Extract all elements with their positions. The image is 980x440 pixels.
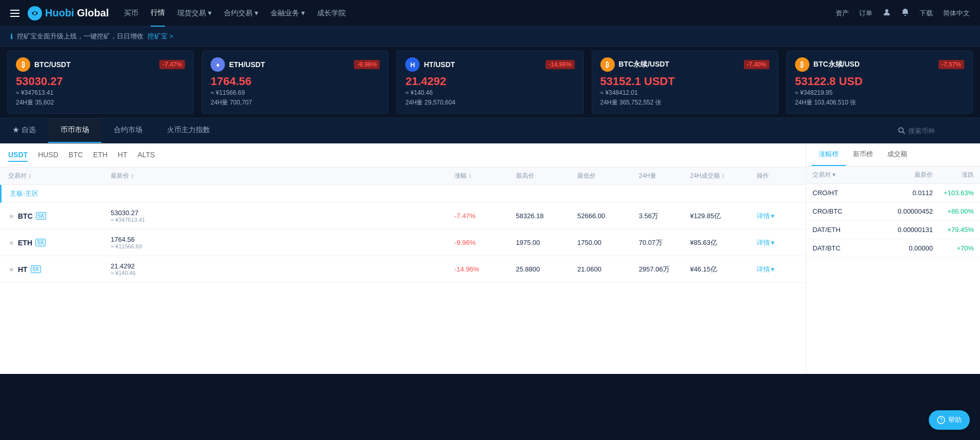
nav-download[interactable]: 下载	[920, 9, 933, 18]
ticker-btc-usdt[interactable]: ₿ BTC/USDT -7.47% 53030.27 ≈ ¥347613.41 …	[7, 51, 194, 114]
action-ht[interactable]: 详情 ▾	[757, 265, 798, 274]
nav-assets[interactable]: 资产	[836, 9, 849, 18]
action-eth[interactable]: 详情 ▾	[757, 238, 798, 247]
tab-futures-market[interactable]: 合约市场	[101, 118, 155, 143]
tab-ht[interactable]: HT	[118, 149, 128, 162]
tab-spot-market[interactable]: 币币市场	[48, 118, 101, 143]
col-pair[interactable]: 交易对 ↕	[8, 172, 111, 180]
price-cell-eth: 1764.56 ≈ ¥11566.69	[111, 236, 454, 249]
right-price-cro-ht: 0.0112	[864, 189, 933, 197]
ticker-vol: 24H量 700,707	[211, 98, 380, 107]
nav-bell-icon[interactable]	[901, 8, 909, 18]
search-input[interactable]	[908, 127, 970, 135]
nav-user-icon[interactable]	[883, 8, 891, 18]
right-col-price: 最新价	[864, 171, 933, 179]
col-price[interactable]: 最新价 ↕	[111, 172, 454, 180]
nav-item-buy[interactable]: 买币	[124, 1, 138, 26]
right-panel: 涨幅榜 新币榜 成交额 交易对 ▾ 最新价 涨跌 CRO/HT 0.0112 +…	[806, 143, 980, 374]
ticker-ht-usdt[interactable]: H HT/USDT -14.96% 21.4292 ≈ ¥140.46 24H量…	[397, 51, 583, 114]
tab-husd[interactable]: HUSD	[38, 149, 58, 162]
btc-perp-icon: ₿	[600, 57, 615, 72]
nav-item-learn[interactable]: 成长学院	[317, 1, 346, 26]
high-btc: 58326.18	[516, 212, 577, 220]
table-row: ★ BTC 5X 53030.27 ≈ ¥347613.41 -7.47% 58…	[0, 203, 806, 229]
col-turnover[interactable]: 24H成交额 ↕	[690, 172, 757, 180]
ticker-change: -7.57%	[939, 60, 964, 69]
ticker-price: 1764.56	[211, 75, 380, 88]
tab-alts[interactable]: ALTS	[137, 149, 155, 162]
price-main-eth: 1764.56	[111, 236, 454, 243]
main-content: USDT HUSD BTC ETH HT ALTS 交易对 ↕ 最新价 ↕ 涨幅…	[0, 143, 980, 374]
price-cny-eth: ≈ ¥11566.69	[111, 243, 454, 249]
currency-tabs: USDT HUSD BTC ETH HT ALTS	[0, 143, 806, 167]
table-row: ★ HT 5X 21.4292 ≈ ¥140.46 -14.96% 25.880…	[0, 256, 806, 283]
col-change[interactable]: 涨幅 ↕	[454, 172, 516, 180]
tab-btc[interactable]: BTC	[69, 149, 83, 162]
tab-eth[interactable]: ETH	[93, 149, 108, 162]
change-eth: -9.96%	[454, 239, 516, 246]
btc-perp-usd-icon: ₿	[795, 57, 809, 72]
price-cny-btc: ≈ ¥347613.41	[111, 217, 454, 223]
tab-huobi-index[interactable]: 火币主力指数	[155, 118, 222, 143]
price-main-ht: 21.4292	[111, 262, 454, 270]
left-panel: USDT HUSD BTC ETH HT ALTS 交易对 ↕ 最新价 ↕ 涨幅…	[0, 143, 806, 374]
banner-info-icon: ℹ	[10, 32, 13, 40]
low-btc: 52666.00	[577, 212, 639, 220]
ticker-btc-perp-usdt[interactable]: ₿ BTC永续/USDT -7.40% 53152.1 USDT ≈ ¥3484…	[592, 51, 778, 114]
right-pair-cro-ht[interactable]: CRO/HT	[812, 189, 864, 197]
table-row: ★ ETH 5X 1764.56 ≈ ¥11566.69 -9.96% 1975…	[0, 229, 806, 256]
ticker-vol: 24H量 35,602	[16, 98, 185, 107]
turnover-eth: ¥85.63亿	[690, 238, 757, 247]
svg-point-2	[885, 9, 888, 12]
ticker-eth-usdt[interactable]: ♦ ETH/USDT -9.96% 1764.56 ≈ ¥11566.69 24…	[202, 51, 388, 114]
banner-link[interactable]: 挖矿宝 >	[148, 32, 173, 41]
right-tab-gainers[interactable]: 涨幅榜	[811, 143, 846, 166]
col-action: 操作	[757, 172, 798, 180]
ticker-pair: ETH/USDT	[229, 60, 265, 69]
right-price-cro-btc: 0.00000452	[864, 207, 933, 215]
coin-cell-ht: ★ HT 5X	[8, 265, 111, 274]
svg-point-1	[33, 12, 36, 15]
right-col-change: 涨跌	[933, 171, 974, 179]
nav-item-spot[interactable]: 现货交易 ▾	[177, 1, 212, 26]
right-tab-volume[interactable]: 成交额	[880, 143, 914, 166]
right-pair-dat-btc[interactable]: DAT/BTC	[812, 244, 864, 252]
nav-orders[interactable]: 订单	[859, 9, 872, 18]
tab-usdt[interactable]: USDT	[8, 149, 28, 162]
ticker-change: -7.40%	[744, 60, 769, 69]
svg-line-4	[903, 132, 905, 134]
nav-item-finance[interactable]: 金融业务 ▾	[270, 1, 305, 26]
vol-eth: 70.07万	[639, 238, 690, 247]
col-low[interactable]: 最低价	[577, 172, 639, 180]
nav-item-futures[interactable]: 合约交易 ▾	[224, 1, 258, 26]
logo[interactable]: Huobi Global	[28, 6, 109, 20]
turnover-ht: ¥46.15亿	[690, 265, 757, 274]
hamburger-menu[interactable]	[10, 10, 19, 17]
nav-menu: 买币 行情 现货交易 ▾ 合约交易 ▾ 金融业务 ▾ 成长学院	[124, 0, 836, 27]
ticker-pair: BTC永续/USDT	[619, 60, 670, 69]
right-row: DAT/BTC 0.00000 +70%	[806, 239, 980, 258]
right-col-pair[interactable]: 交易对 ▾	[812, 171, 864, 179]
right-pair-dat-eth[interactable]: DAT/ETH	[812, 226, 864, 234]
col-high[interactable]: 最高价	[516, 172, 577, 180]
low-eth: 1750.00	[577, 239, 639, 246]
action-btc[interactable]: 详情 ▾	[757, 212, 798, 221]
price-cny-ht: ≈ ¥140.46	[111, 270, 454, 276]
nav-language[interactable]: 简体中文	[943, 9, 970, 18]
ticker-btc-perp-usd[interactable]: ₿ BTC永续/USD -7.57% 53122.8 USD ≈ ¥348219…	[786, 51, 973, 114]
star-btc[interactable]: ★	[8, 212, 15, 220]
nav-item-market[interactable]: 行情	[151, 0, 165, 27]
tab-favorites[interactable]: ★ 自选	[0, 118, 48, 143]
right-row: CRO/BTC 0.00000452 +86.00%	[806, 202, 980, 221]
right-tab-new[interactable]: 新币榜	[846, 143, 880, 166]
star-ht[interactable]: ★	[8, 265, 15, 274]
col-vol[interactable]: 24H量	[639, 172, 690, 180]
right-price-dat-eth: 0.00000131	[864, 226, 933, 234]
right-pair-cro-btc[interactable]: CRO/BTC	[812, 207, 864, 215]
right-row: DAT/ETH 0.00000131 +79.45%	[806, 221, 980, 239]
star-eth[interactable]: ★	[8, 239, 15, 247]
high-ht: 25.8800	[516, 265, 577, 273]
turnover-btc: ¥129.85亿	[690, 212, 757, 221]
ticker-vol: 24H量 29,570,604	[405, 98, 574, 107]
right-change-dat-eth: +79.45%	[933, 226, 974, 234]
